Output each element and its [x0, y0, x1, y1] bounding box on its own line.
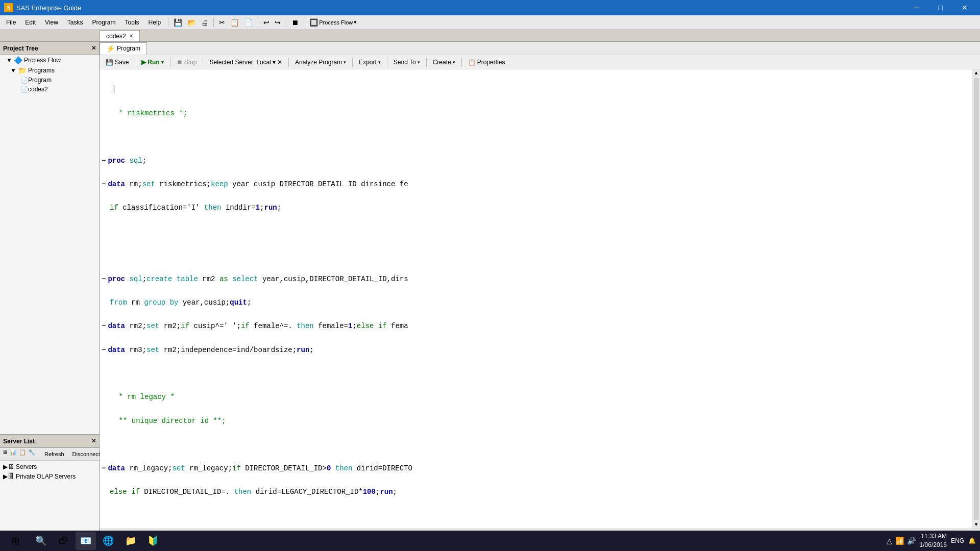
refresh-button[interactable]: Refresh	[41, 449, 67, 459]
code-line-proc-sql: − proc sql;	[100, 155, 972, 167]
prog-sep-2	[170, 58, 170, 67]
collapse-btn-2[interactable]: −	[102, 179, 106, 190]
tab-codes2[interactable]: codes2 ✕	[100, 30, 140, 41]
close-button[interactable]: ✕	[953, 0, 976, 15]
toolbar-stop[interactable]: ⏹	[289, 17, 301, 28]
toolbar-save[interactable]: 💾	[172, 17, 184, 28]
menu-tasks[interactable]: Tasks	[63, 17, 87, 28]
code-line-blank-5	[100, 439, 972, 451]
toolbar-separator-5	[304, 18, 304, 27]
server-disconnect-icon: ✕	[277, 59, 282, 66]
taskbar-outlook[interactable]: 📧	[76, 532, 96, 550]
collapse-btn-6[interactable]: −	[102, 463, 106, 474]
scroll-down-btn[interactable]: ▼	[973, 521, 978, 529]
server-list-label: Server List	[3, 438, 35, 445]
menu-edit[interactable]: Edit	[21, 17, 40, 28]
prog-sep-6	[387, 58, 387, 67]
tray-icon-1[interactable]: △	[887, 537, 892, 545]
server-icon-2[interactable]: 📊	[10, 449, 17, 459]
comment-unique: ** unique director id **;	[102, 415, 226, 427]
toolbar-process-flow[interactable]: 🔲 Process Flow ▾	[307, 17, 359, 28]
run-icon: ▶	[141, 59, 146, 66]
tree-programs[interactable]: ▼ 📁 Programs	[0, 65, 99, 76]
toolbar-print[interactable]: 🖨	[199, 17, 210, 28]
editor-area: ⚡ Program 💾 Save ▶ Run ▾ ⏹ Stop Se	[100, 42, 980, 537]
main-tab-bar: codes2 ✕	[0, 30, 980, 42]
app-title: S SAS Enterprise Guide	[4, 3, 81, 12]
maximize-button[interactable]: □	[929, 0, 952, 15]
code-line-else-legacy: else if DIRECTOR_DETAIL_ID=. then dirid=…	[100, 486, 972, 498]
network-icon[interactable]: 📶	[895, 537, 904, 545]
tree-program[interactable]: 📄 Program	[0, 76, 99, 85]
minimize-button[interactable]: ─	[905, 0, 928, 15]
program-tab-icon: ⚡	[106, 44, 115, 53]
code-content[interactable]: │ * riskmetrics *; − proc sql; − data rm…	[100, 69, 972, 529]
create-button[interactable]: Create ▾	[430, 58, 458, 67]
start-button[interactable]: ⊞	[4, 532, 27, 550]
taskbar-chrome[interactable]: 🌐	[98, 532, 118, 550]
project-tree-close[interactable]: ✕	[91, 45, 96, 52]
server-selector[interactable]: Selected Server: Local ▾ ✕	[206, 58, 285, 67]
toolbar-separator-4	[286, 18, 286, 27]
project-tree-label: Project Tree	[3, 45, 38, 52]
server-icon-3[interactable]: 📋	[19, 449, 26, 459]
collapse-btn-4[interactable]: −	[102, 320, 106, 332]
collapse-btn-3[interactable]: −	[102, 273, 106, 285]
title-bar: S SAS Enterprise Guide ─ □ ✕	[0, 0, 980, 15]
export-button[interactable]: Export ▾	[356, 58, 384, 67]
program-toolbar: 💾 Save ▶ Run ▾ ⏹ Stop Selected Server: L…	[100, 55, 980, 69]
toolbar-separator-3	[258, 18, 258, 27]
menu-help[interactable]: Help	[144, 17, 165, 28]
toolbar-paste[interactable]: 📄	[242, 17, 255, 28]
server-list-close[interactable]: ✕	[91, 438, 96, 444]
scroll-thumb[interactable]	[974, 78, 979, 520]
code-line-data-rm3: − data rm3;set rm2;independence=ind/boar…	[100, 344, 972, 357]
create-dropdown-icon: ▾	[453, 60, 455, 65]
analyze-program-button[interactable]: Analyze Program ▾	[292, 58, 349, 67]
run-button[interactable]: ▶ Run ▾	[138, 58, 166, 67]
tree-servers[interactable]: ▶ 🖥 Servers	[1, 462, 98, 471]
server-icon-4[interactable]: 🔧	[28, 449, 35, 459]
taskbar-search[interactable]: 🔍	[31, 532, 51, 550]
tree-program-label: Program	[28, 77, 52, 84]
toolbar-copy[interactable]: 📋	[228, 17, 241, 28]
servers-icon: 🖥	[8, 463, 14, 470]
code-editor[interactable]: │ * riskmetrics *; − proc sql; − data rm…	[100, 69, 980, 529]
taskbar-explorer[interactable]: 📁	[120, 532, 141, 550]
menu-program[interactable]: Program	[88, 17, 120, 28]
tab-program[interactable]: ⚡ Program	[100, 42, 147, 55]
disconnect-button[interactable]: Disconnect	[69, 449, 103, 459]
taskbar-app[interactable]: 🔰	[143, 532, 163, 550]
toolbar-cut[interactable]: ✂	[217, 17, 227, 28]
lang-indicator[interactable]: ENG	[951, 537, 964, 544]
send-to-button[interactable]: Send To ▾	[390, 58, 423, 67]
menu-file[interactable]: File	[2, 17, 20, 28]
menu-view[interactable]: View	[41, 17, 62, 28]
properties-button[interactable]: 📋 Properties	[465, 58, 508, 67]
save-button[interactable]: 💾 Save	[103, 58, 132, 67]
tree-process-flow[interactable]: ▼ 🔷 Process Flow	[0, 55, 99, 65]
date-display: 1/06/2016	[920, 541, 947, 549]
volume-icon[interactable]: 🔊	[907, 537, 916, 545]
toolbar-open[interactable]: 📂	[185, 17, 198, 28]
taskbar-task-view[interactable]: 🗗	[53, 532, 74, 550]
stop-button[interactable]: ⏹ Stop	[174, 58, 200, 67]
toolbar-undo[interactable]: ↩	[261, 17, 272, 28]
prog-sep-8	[461, 58, 462, 67]
collapse-btn-5[interactable]: −	[102, 344, 106, 356]
toolbar-redo[interactable]: ↪	[273, 17, 283, 28]
scroll-up-btn[interactable]: ▲	[973, 69, 978, 77]
tree-private-olap[interactable]: ▶ 🗄 Private OLAP Servers	[1, 471, 98, 481]
collapse-btn-1[interactable]: −	[102, 155, 106, 166]
notification-icon[interactable]: 🔔	[968, 537, 976, 544]
prog-sep-1	[135, 58, 135, 67]
tab-codes2-close[interactable]: ✕	[129, 33, 133, 39]
tree-codes2[interactable]: 📄 codes2	[0, 85, 99, 94]
server-icon-1[interactable]: 🖥	[2, 449, 8, 459]
menu-tools[interactable]: Tools	[121, 17, 143, 28]
prog-sep-7	[426, 58, 427, 67]
run-dropdown-icon: ▾	[161, 60, 164, 65]
server-toolbar: 🖥 📊 📋 🔧 Refresh Disconnect »	[0, 448, 99, 461]
vertical-scrollbar[interactable]: ▲ ▼	[972, 69, 980, 529]
clock[interactable]: 11:33 AM 1/06/2016	[920, 532, 947, 549]
